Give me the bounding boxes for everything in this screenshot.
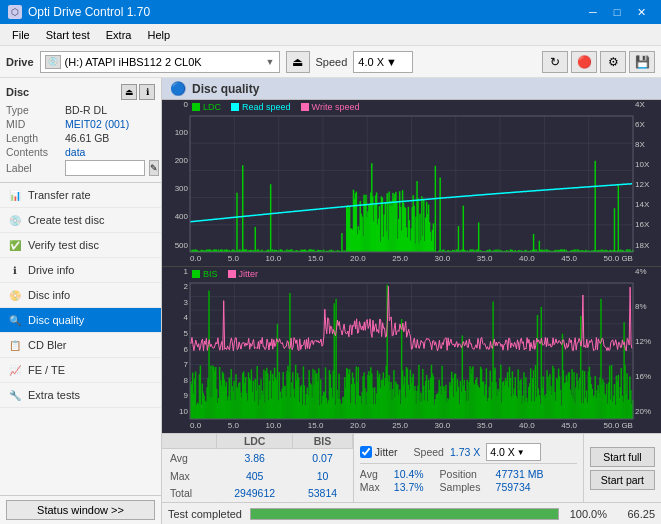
ldc-y-axis-right: 18X 16X 14X 12X 10X 8X 6X 4X (633, 100, 661, 250)
position-samples: Position 47731 MB Samples 759734 (440, 468, 544, 493)
ldc-legend-label: LDC (203, 102, 221, 112)
transfer-rate-icon: 📊 (8, 188, 22, 202)
sidebar-item-verify-test-disc[interactable]: ✅ Verify test disc (0, 233, 161, 258)
bottom-status-bar: Test completed 100.0% 66.25 (162, 502, 661, 524)
samples-label: Samples (440, 481, 492, 493)
stats-max-bis: 10 (293, 467, 353, 485)
read-speed-legend-dot (231, 103, 239, 111)
jitter-avg-value: 10.4% (394, 468, 424, 480)
refresh-button[interactable]: ↻ (542, 51, 568, 73)
progress-fill (251, 509, 558, 519)
save-button[interactable]: 💾 (629, 51, 655, 73)
maximize-button[interactable]: □ (605, 4, 629, 20)
toolbar: Drive 💿 (H:) ATAPI iHBS112 2 CL0K ▼ ⏏ Sp… (0, 46, 661, 78)
menu-help[interactable]: Help (139, 27, 178, 43)
close-button[interactable]: ✕ (629, 4, 653, 20)
action-buttons: Start full Start part (583, 434, 661, 502)
stats-max-ldc: 405 (217, 467, 293, 485)
disc-length-label: Length (6, 132, 61, 144)
start-part-button[interactable]: Start part (590, 470, 655, 490)
jitter-position-row: Avg 10.4% Max 13.7% Position 47731 (360, 468, 577, 493)
menu-bar: File Start test Extra Help (0, 24, 661, 46)
disc-contents-value[interactable]: data (65, 146, 85, 158)
read-speed-legend-label: Read speed (242, 102, 291, 112)
stats-total-bis: 53814 (293, 484, 353, 502)
stats-row-max: Max 405 10 (162, 467, 352, 485)
stats-bar: LDC BIS Avg 3.86 0.07 Max 405 (162, 432, 661, 524)
sidebar-item-transfer-rate[interactable]: 📊 Transfer rate (0, 183, 161, 208)
bis-legend-item: BIS (192, 269, 218, 279)
app-icon: ⬡ (8, 5, 22, 19)
disc-type-value: BD-R DL (65, 104, 107, 116)
chart-header-icon: 🔵 (170, 81, 186, 96)
bis-y-axis-left: 10 9 8 7 6 5 4 3 2 1 (162, 267, 190, 417)
burn-button[interactable]: 🔴 (571, 51, 597, 73)
samples-value: 759734 (496, 481, 531, 493)
stats-col-bis: BIS (293, 434, 353, 449)
speed-selector[interactable]: 4.0 X ▼ (353, 51, 413, 73)
nav-label-disc-info: Disc info (28, 289, 70, 301)
disc-info-nav-icon: 📀 (8, 288, 22, 302)
position-row: Position 47731 MB (440, 468, 544, 480)
sidebar-item-cd-bler[interactable]: 📋 CD Bler (0, 333, 161, 358)
drive-selector[interactable]: 💿 (H:) ATAPI iHBS112 2 CL0K ▼ (40, 51, 280, 73)
bis-legend-dot (192, 270, 200, 278)
disc-info-icon[interactable]: ℹ (139, 84, 155, 100)
status-bar-left: Status window >> (0, 495, 161, 524)
sidebar-item-create-test-disc[interactable]: 💿 Create test disc (0, 208, 161, 233)
minimize-button[interactable]: ─ (581, 4, 605, 20)
bis-chart: BIS Jitter 10 9 8 7 6 5 4 (162, 267, 661, 433)
status-text: Test completed (168, 508, 242, 520)
start-full-button[interactable]: Start full (590, 447, 655, 467)
disc-eject-icon[interactable]: ⏏ (121, 84, 137, 100)
stats-total-ldc: 2949612 (217, 484, 293, 502)
disc-icons: ⏏ ℹ (121, 84, 155, 100)
sidebar-item-extra-tests[interactable]: 🔧 Extra tests (0, 383, 161, 408)
stats-row-avg: Avg 3.86 0.07 (162, 449, 352, 467)
ldc-canvas (162, 100, 661, 266)
sidebar-item-fe-te[interactable]: 📈 FE / TE (0, 358, 161, 383)
speed-stat-value: 1.73 X (450, 446, 480, 458)
stats-avg-bis: 0.07 (293, 449, 353, 467)
verify-test-icon: ✅ (8, 238, 22, 252)
disc-label-edit-button[interactable]: ✎ (149, 160, 159, 176)
status-window-button[interactable]: Status window >> (6, 500, 155, 520)
stats-total-label: Total (162, 484, 217, 502)
menu-start-test[interactable]: Start test (38, 27, 98, 43)
stats-row-total: Total 2949612 53814 (162, 484, 352, 502)
sidebar-item-disc-quality[interactable]: 🔍 Disc quality (0, 308, 161, 333)
jitter-checkbox[interactable] (360, 446, 372, 458)
menu-extra[interactable]: Extra (98, 27, 140, 43)
disc-mid-label: MID (6, 118, 61, 130)
stats-avg-ldc: 3.86 (217, 449, 293, 467)
sidebar-item-disc-info[interactable]: 📀 Disc info (0, 283, 161, 308)
read-speed-legend-item: Read speed (231, 102, 291, 112)
nav-items: 📊 Transfer rate 💿 Create test disc ✅ Ver… (0, 183, 161, 495)
menu-file[interactable]: File (4, 27, 38, 43)
bis-chart-legend: BIS Jitter (192, 269, 258, 279)
disc-info-panel: Disc ⏏ ℹ Type BD-R DL MID MEIT02 (001) L… (0, 78, 161, 183)
create-test-icon: 💿 (8, 213, 22, 227)
charts-area: LDC Read speed Write speed 500 400 (162, 100, 661, 432)
stats-table: LDC BIS Avg 3.86 0.07 Max 405 (162, 434, 353, 502)
disc-mid-row: MID MEIT02 (001) (6, 118, 155, 130)
chart-header-title: Disc quality (192, 82, 259, 96)
disc-quality-icon: 🔍 (8, 313, 22, 327)
jitter-legend-item: Jitter (228, 269, 259, 279)
title-bar: ⬡ Opti Drive Control 1.70 ─ □ ✕ (0, 0, 661, 24)
disc-mid-value[interactable]: MEIT02 (001) (65, 118, 129, 130)
disc-label-input[interactable] (65, 160, 145, 176)
jitter-label: Jitter (375, 446, 398, 458)
sidebar-item-drive-info[interactable]: ℹ Drive info (0, 258, 161, 283)
stats-col-empty (162, 434, 217, 449)
ldc-legend-item: LDC (192, 102, 221, 112)
drive-label: Drive (6, 56, 34, 68)
eject-button[interactable]: ⏏ (286, 51, 310, 73)
nav-label-fe-te: FE / TE (28, 364, 65, 376)
jitter-max-value: 13.7% (394, 481, 424, 493)
app-title: Opti Drive Control 1.70 (28, 5, 150, 19)
bis-legend-label: BIS (203, 269, 218, 279)
jitter-max-row: Max 13.7% (360, 481, 424, 493)
settings-button[interactable]: ⚙ (600, 51, 626, 73)
speed-dropdown[interactable]: 4.0 X ▼ (486, 443, 541, 461)
